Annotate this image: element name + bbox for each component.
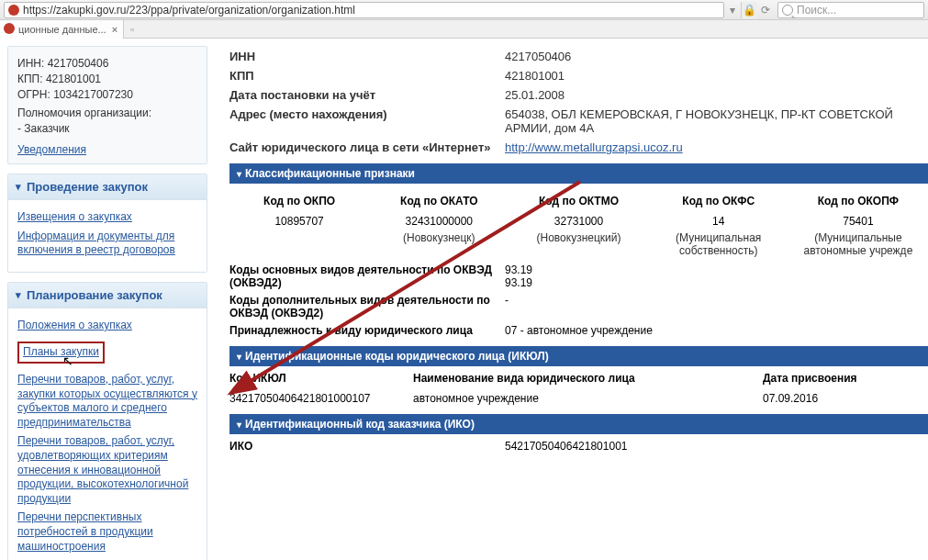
kv-value: 4217050406	[505, 50, 928, 63]
site-icon	[8, 5, 19, 16]
ikul-row: 34217050406421801000107 автономное учреж…	[229, 392, 928, 405]
kv-row: ИНН 4217050406	[229, 50, 928, 63]
kv-label: Сайт юридического лица в сети «Интернет»	[229, 140, 505, 154]
triangle-down-icon: ▾	[237, 352, 241, 362]
section-iko[interactable]: ▾ Идентификационный код заказчика (ИКО)	[229, 414, 928, 434]
kv-row: Адрес (место нахождения) 654038, ОБЛ КЕМ…	[229, 107, 928, 135]
link-purchase-plans[interactable]: Планы закупки ↖	[17, 342, 105, 364]
tab-strip: ционные данные... × ▫	[0, 20, 928, 39]
notifications-link[interactable]: Уведомления	[17, 143, 86, 156]
info-ogrn: ОГРН: 1034217007230	[17, 88, 197, 101]
kv-value: 25.01.2008	[505, 88, 928, 102]
chevron-down-icon: ▾	[16, 289, 21, 301]
accordion-planning: ▾ Планирование закупок Положения о закуп…	[7, 282, 207, 560]
kv-row: Сайт юридического лица в сети «Интернет»…	[229, 140, 928, 154]
kv-value: 421801001	[505, 69, 928, 83]
accordion-title: Проведение закупок	[27, 180, 148, 194]
accordion-procurement: ▾ Проведение закупок Извещения о закупка…	[7, 174, 207, 273]
section-classification[interactable]: ▾ Классификационные признаки	[229, 163, 928, 184]
kv-value: 654038, ОБЛ КЕМЕРОВСКАЯ, Г НОВОКУЗНЕЦК, …	[505, 107, 928, 135]
table-row-sub: (Новокузнецк) (Новокузнецкий) (Муниципал…	[229, 230, 928, 259]
classification-table: Код по ОКПО Код по ОКАТО Код по ОКТМО Ко…	[229, 189, 928, 259]
browser-tab[interactable]: ционные данные... ×	[0, 20, 124, 39]
kv-iko: ИКО 54217050406421801001	[229, 440, 928, 453]
link-innovation-lists[interactable]: Перечни товаров, работ, услуг, удовлетво…	[17, 434, 197, 506]
info-kpp: КПП: 421801001	[17, 73, 197, 85]
triangle-down-icon: ▾	[237, 420, 241, 430]
close-icon[interactable]: ×	[112, 24, 117, 35]
info-powers-label: Полномочия организации:	[17, 106, 197, 119]
kv-row: КПП 421801001	[229, 69, 928, 83]
info-powers-value: - Заказчик	[17, 122, 197, 135]
tab-icon	[4, 23, 15, 34]
search-placeholder: Поиск...	[797, 4, 836, 17]
search-box[interactable]: Поиск...	[777, 2, 924, 18]
accordion-header-planning[interactable]: ▾ Планирование закупок	[8, 283, 207, 308]
link-notices[interactable]: Извещения о закупках	[17, 210, 197, 225]
link-engineering-lists[interactable]: Перечни перспективных потребностей в про…	[17, 510, 197, 554]
kv-label: Дата постановки на учёт	[229, 88, 505, 102]
section-ikul[interactable]: ▾ Идентификационные коды юридического ли…	[229, 346, 928, 366]
kv-label: ИНН	[229, 50, 505, 63]
chevron-down-icon: ▾	[16, 181, 21, 193]
kv-value: http://www.metallurgzapsi.ucoz.ru	[505, 140, 928, 154]
address-bar[interactable]: https://zakupki.gov.ru/223/ppa/private/o…	[4, 2, 724, 18]
main-content: ИНН 4217050406 КПП 421801001 Дата постан…	[220, 39, 928, 560]
accordion-header-procurement[interactable]: ▾ Проведение закупок	[8, 174, 207, 200]
search-icon	[782, 5, 793, 16]
cursor-pointer-icon: ↖	[62, 353, 73, 369]
lock-icon: 🔒	[741, 2, 757, 18]
table-header: Код по ОКПО Код по ОКАТО Код по ОКТМО Ко…	[229, 189, 928, 213]
kv-row: Дата постановки на учёт 25.01.2008	[229, 88, 928, 102]
triangle-down-icon: ▾	[237, 169, 241, 179]
accordion-body: Положения о закупках Планы закупки ↖ Пер…	[8, 308, 207, 560]
browser-toolbar: https://zakupki.gov.ru/223/ppa/private/o…	[0, 0, 928, 20]
ikul-header: Код ИКЮЛ Наименование вида юридического …	[229, 372, 928, 385]
kv-okved-extra: Коды дополнительных видов деятельности п…	[229, 294, 928, 319]
tab-title: ционные данные...	[18, 24, 106, 35]
link-registry-docs[interactable]: Информация и документы для включения в р…	[17, 230, 197, 258]
accordion-title: Планирование закупок	[27, 288, 162, 302]
refresh-icon[interactable]: ⟳	[757, 2, 774, 18]
url-text: https://zakupki.gov.ru/223/ppa/private/o…	[23, 4, 355, 17]
link-regulations[interactable]: Положения о закупках	[17, 319, 197, 333]
table-row: 10895707 32431000000 32731000 14 75401	[229, 213, 928, 230]
kv-legal-type: Принадлежность к виду юридического лица …	[229, 324, 928, 337]
kv-label: КПП	[229, 69, 505, 83]
kv-label: Адрес (место нахождения)	[229, 107, 505, 135]
page-body: ИНН: 4217050406 КПП: 421801001 ОГРН: 103…	[0, 39, 928, 560]
dropdown-icon[interactable]: ▾	[724, 2, 741, 18]
link-smb-lists[interactable]: Перечни товаров, работ, услуг, закупки к…	[17, 373, 197, 430]
sidebar: ИНН: 4217050406 КПП: 421801001 ОГРН: 103…	[0, 39, 220, 560]
new-tab-icon[interactable]: ▫	[124, 21, 140, 38]
info-inn: ИНН: 4217050406	[17, 57, 197, 70]
website-link[interactable]: http://www.metallurgzapsi.ucoz.ru	[505, 140, 683, 154]
kv-okved-main: Коды основных видов деятельности по ОКВЭ…	[229, 263, 928, 289]
accordion-body: Извещения о закупках Информация и докуме…	[8, 200, 207, 272]
org-info-block: ИНН: 4217050406 КПП: 421801001 ОГРН: 103…	[7, 46, 207, 164]
